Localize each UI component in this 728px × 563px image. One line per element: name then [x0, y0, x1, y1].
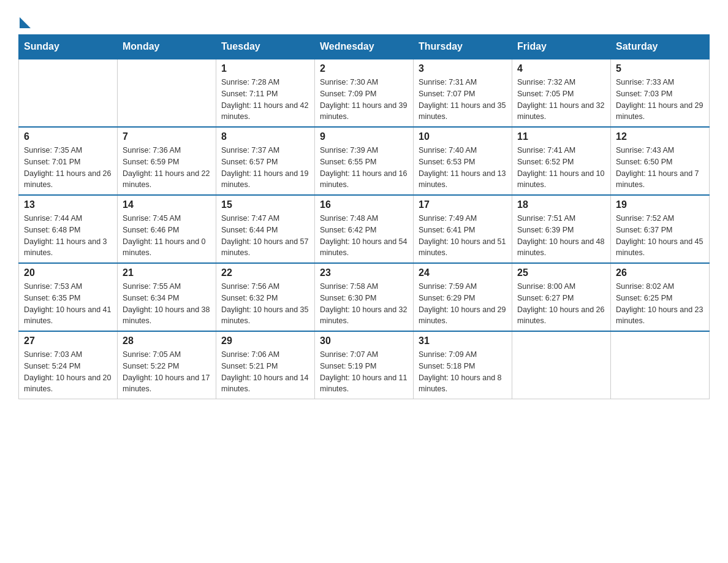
- day-sun-info: Sunrise: 7:56 AMSunset: 6:32 PMDaylight:…: [221, 281, 309, 327]
- day-number: 5: [616, 63, 704, 74]
- calendar-day-cell: 31Sunrise: 7:09 AMSunset: 5:18 PMDayligh…: [414, 331, 512, 399]
- page-header: [18, 12, 710, 28]
- calendar-week-row: 1Sunrise: 7:28 AMSunset: 7:11 PMDaylight…: [19, 59, 710, 127]
- day-number: 8: [221, 131, 309, 142]
- calendar-day-cell: 6Sunrise: 7:35 AMSunset: 7:01 PMDaylight…: [19, 127, 118, 195]
- day-number: 12: [616, 131, 704, 142]
- day-sun-info: Sunrise: 7:37 AMSunset: 6:57 PMDaylight:…: [221, 145, 309, 191]
- calendar-day-cell: [611, 331, 710, 399]
- day-sun-info: Sunrise: 7:31 AMSunset: 7:07 PMDaylight:…: [419, 77, 507, 123]
- calendar-day-cell: 18Sunrise: 7:51 AMSunset: 6:39 PMDayligh…: [512, 195, 611, 263]
- day-number: 25: [517, 267, 605, 278]
- day-number: 16: [320, 199, 408, 210]
- calendar-day-cell: 26Sunrise: 8:02 AMSunset: 6:25 PMDayligh…: [611, 263, 710, 331]
- day-sun-info: Sunrise: 7:58 AMSunset: 6:30 PMDaylight:…: [320, 281, 408, 327]
- day-number: 14: [123, 199, 211, 210]
- day-number: 21: [123, 267, 211, 278]
- day-sun-info: Sunrise: 7:55 AMSunset: 6:34 PMDaylight:…: [123, 281, 211, 327]
- calendar-day-cell: 29Sunrise: 7:06 AMSunset: 5:21 PMDayligh…: [216, 331, 315, 399]
- day-number: 11: [517, 131, 605, 142]
- calendar-day-cell: 1Sunrise: 7:28 AMSunset: 7:11 PMDaylight…: [216, 59, 315, 127]
- calendar-day-cell: 11Sunrise: 7:41 AMSunset: 6:52 PMDayligh…: [512, 127, 611, 195]
- day-of-week-header: Saturday: [611, 35, 710, 59]
- day-number: 27: [24, 335, 112, 347]
- calendar-header-row: SundayMondayTuesdayWednesdayThursdayFrid…: [19, 35, 710, 59]
- day-number: 30: [320, 335, 408, 347]
- calendar-day-cell: 3Sunrise: 7:31 AMSunset: 7:07 PMDaylight…: [414, 59, 512, 127]
- day-sun-info: Sunrise: 8:00 AMSunset: 6:27 PMDaylight:…: [517, 281, 605, 327]
- calendar-day-cell: 24Sunrise: 7:59 AMSunset: 6:29 PMDayligh…: [414, 263, 512, 331]
- calendar-day-cell: 17Sunrise: 7:49 AMSunset: 6:41 PMDayligh…: [414, 195, 512, 263]
- day-of-week-header: Tuesday: [216, 35, 315, 59]
- day-sun-info: Sunrise: 7:09 AMSunset: 5:18 PMDaylight:…: [419, 349, 507, 395]
- day-sun-info: Sunrise: 7:44 AMSunset: 6:48 PMDaylight:…: [24, 213, 112, 259]
- calendar-day-cell: 5Sunrise: 7:33 AMSunset: 7:03 PMDaylight…: [611, 59, 710, 127]
- day-number: 28: [123, 335, 211, 347]
- day-number: 2: [320, 63, 408, 74]
- day-sun-info: Sunrise: 7:52 AMSunset: 6:37 PMDaylight:…: [616, 213, 704, 259]
- calendar-day-cell: 4Sunrise: 7:32 AMSunset: 7:05 PMDaylight…: [512, 59, 611, 127]
- calendar-day-cell: 28Sunrise: 7:05 AMSunset: 5:22 PMDayligh…: [118, 331, 216, 399]
- calendar-day-cell: 14Sunrise: 7:45 AMSunset: 6:46 PMDayligh…: [118, 195, 216, 263]
- day-sun-info: Sunrise: 7:06 AMSunset: 5:21 PMDaylight:…: [221, 349, 309, 395]
- day-number: 31: [419, 335, 507, 347]
- calendar-day-cell: [512, 331, 611, 399]
- calendar-day-cell: 12Sunrise: 7:43 AMSunset: 6:50 PMDayligh…: [611, 127, 710, 195]
- calendar-day-cell: 16Sunrise: 7:48 AMSunset: 6:42 PMDayligh…: [315, 195, 414, 263]
- day-of-week-header: Sunday: [19, 35, 118, 59]
- day-sun-info: Sunrise: 7:59 AMSunset: 6:29 PMDaylight:…: [419, 281, 507, 327]
- calendar-day-cell: 15Sunrise: 7:47 AMSunset: 6:44 PMDayligh…: [216, 195, 315, 263]
- logo: [18, 12, 31, 28]
- calendar-day-cell: 25Sunrise: 8:00 AMSunset: 6:27 PMDayligh…: [512, 263, 611, 331]
- day-number: 13: [24, 199, 112, 210]
- day-number: 6: [24, 131, 112, 142]
- calendar-day-cell: 30Sunrise: 7:07 AMSunset: 5:19 PMDayligh…: [315, 331, 414, 399]
- day-sun-info: Sunrise: 7:36 AMSunset: 6:59 PMDaylight:…: [123, 145, 211, 191]
- day-sun-info: Sunrise: 7:30 AMSunset: 7:09 PMDaylight:…: [320, 77, 408, 123]
- calendar-day-cell: 2Sunrise: 7:30 AMSunset: 7:09 PMDaylight…: [315, 59, 414, 127]
- calendar-week-row: 27Sunrise: 7:03 AMSunset: 5:24 PMDayligh…: [19, 331, 710, 399]
- calendar-day-cell: 20Sunrise: 7:53 AMSunset: 6:35 PMDayligh…: [19, 263, 118, 331]
- day-number: 17: [419, 199, 507, 210]
- day-number: 4: [517, 63, 605, 74]
- calendar-day-cell: 23Sunrise: 7:58 AMSunset: 6:30 PMDayligh…: [315, 263, 414, 331]
- day-sun-info: Sunrise: 7:47 AMSunset: 6:44 PMDaylight:…: [221, 213, 309, 259]
- day-sun-info: Sunrise: 8:02 AMSunset: 6:25 PMDaylight:…: [616, 281, 704, 327]
- day-number: 22: [221, 267, 309, 278]
- day-number: 23: [320, 267, 408, 278]
- calendar-table: SundayMondayTuesdayWednesdayThursdayFrid…: [18, 34, 710, 399]
- day-sun-info: Sunrise: 7:28 AMSunset: 7:11 PMDaylight:…: [221, 77, 309, 123]
- day-number: 1: [221, 63, 309, 74]
- day-number: 18: [517, 199, 605, 210]
- day-sun-info: Sunrise: 7:33 AMSunset: 7:03 PMDaylight:…: [616, 77, 704, 123]
- calendar-day-cell: 21Sunrise: 7:55 AMSunset: 6:34 PMDayligh…: [118, 263, 216, 331]
- calendar-week-row: 20Sunrise: 7:53 AMSunset: 6:35 PMDayligh…: [19, 263, 710, 331]
- day-number: 3: [419, 63, 507, 74]
- day-number: 20: [24, 267, 112, 278]
- day-of-week-header: Thursday: [414, 35, 512, 59]
- calendar-day-cell: 7Sunrise: 7:36 AMSunset: 6:59 PMDaylight…: [118, 127, 216, 195]
- day-sun-info: Sunrise: 7:32 AMSunset: 7:05 PMDaylight:…: [517, 77, 605, 123]
- day-sun-info: Sunrise: 7:39 AMSunset: 6:55 PMDaylight:…: [320, 145, 408, 191]
- calendar-week-row: 6Sunrise: 7:35 AMSunset: 7:01 PMDaylight…: [19, 127, 710, 195]
- calendar-day-cell: 19Sunrise: 7:52 AMSunset: 6:37 PMDayligh…: [611, 195, 710, 263]
- day-of-week-header: Wednesday: [315, 35, 414, 59]
- day-sun-info: Sunrise: 7:41 AMSunset: 6:52 PMDaylight:…: [517, 145, 605, 191]
- day-number: 19: [616, 199, 704, 210]
- day-sun-info: Sunrise: 7:07 AMSunset: 5:19 PMDaylight:…: [320, 349, 408, 395]
- day-sun-info: Sunrise: 7:51 AMSunset: 6:39 PMDaylight:…: [517, 213, 605, 259]
- calendar-day-cell: 13Sunrise: 7:44 AMSunset: 6:48 PMDayligh…: [19, 195, 118, 263]
- day-number: 24: [419, 267, 507, 278]
- day-sun-info: Sunrise: 7:43 AMSunset: 6:50 PMDaylight:…: [616, 145, 704, 191]
- day-number: 29: [221, 335, 309, 347]
- day-sun-info: Sunrise: 7:49 AMSunset: 6:41 PMDaylight:…: [419, 213, 507, 259]
- day-sun-info: Sunrise: 7:05 AMSunset: 5:22 PMDaylight:…: [123, 349, 211, 395]
- day-number: 10: [419, 131, 507, 142]
- logo-arrow-icon: [20, 17, 31, 28]
- day-number: 15: [221, 199, 309, 210]
- calendar-day-cell: 10Sunrise: 7:40 AMSunset: 6:53 PMDayligh…: [414, 127, 512, 195]
- day-of-week-header: Monday: [118, 35, 216, 59]
- calendar-day-cell: [19, 59, 118, 127]
- calendar-day-cell: 27Sunrise: 7:03 AMSunset: 5:24 PMDayligh…: [19, 331, 118, 399]
- day-number: 26: [616, 267, 704, 278]
